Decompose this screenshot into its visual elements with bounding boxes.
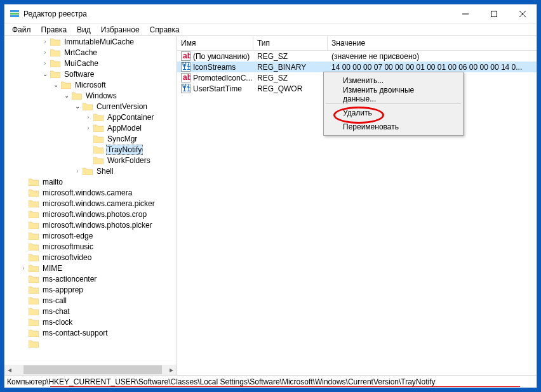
- minimize-button[interactable]: [451, 4, 479, 23]
- tree-label: Microsoft: [74, 81, 107, 89]
- tree-node[interactable]: TrayNotify: [4, 144, 177, 155]
- tree-label: MuiCache: [63, 59, 100, 68]
- context-menu: Изменить... Изменить двоичные данные... …: [323, 72, 464, 136]
- svg-text:110: 110: [182, 63, 190, 72]
- tree-label: mailto: [41, 178, 64, 186]
- tree-label: microsoft.windows.camera: [41, 188, 133, 197]
- tree-node[interactable]: ›MIME: [4, 263, 177, 273]
- cell-type: REG_SZ: [253, 74, 328, 82]
- tree-node[interactable]: microsoftmusic: [4, 241, 177, 252]
- list-row[interactable]: 011110IconStreamsREG_BINARY14 00 00 00 0…: [177, 62, 537, 72]
- tree-node[interactable]: ›MuiCache: [4, 58, 177, 69]
- menu-view[interactable]: Вид: [72, 24, 96, 36]
- menu-help[interactable]: Справка: [145, 24, 185, 36]
- tree-node[interactable]: ms-actioncenter: [4, 273, 177, 284]
- expand-icon[interactable]: ›: [41, 38, 49, 45]
- tree-label: Windows: [84, 91, 118, 100]
- tree-node[interactable]: SyncMgr: [4, 133, 177, 144]
- close-button[interactable]: [508, 4, 537, 23]
- menubar: Файл Правка Вид Избранное Справка: [4, 23, 537, 36]
- expand-icon[interactable]: ›: [41, 60, 49, 67]
- collapse-icon[interactable]: ⌄: [52, 81, 60, 88]
- svg-rect-2: [10, 15, 19, 17]
- tree-label: microsoft.windows.photos.picker: [41, 221, 154, 230]
- expand-icon[interactable]: ›: [84, 124, 92, 131]
- scroll-thumb[interactable]: [23, 365, 162, 374]
- collapse-icon[interactable]: ⌄: [74, 103, 81, 110]
- statusbar: Компьютер\HKEY_CURRENT_USER\Software\Cla…: [4, 375, 537, 388]
- tree-node[interactable]: ms-contact-support: [4, 327, 177, 338]
- tree-label: CurrentVersion: [95, 102, 149, 111]
- tree-node[interactable]: microsoftvideo: [4, 252, 177, 263]
- svg-rect-0: [10, 10, 19, 12]
- tree-node[interactable]: ms-chat: [4, 306, 177, 317]
- expand-icon[interactable]: ›: [20, 265, 27, 271]
- menu-favorites[interactable]: Избранное: [96, 24, 145, 36]
- cell-type: REG_BINARY: [253, 63, 328, 72]
- header-value[interactable]: Значение: [328, 36, 537, 50]
- titlebar[interactable]: Редактор реестра: [4, 4, 537, 23]
- list-header: Имя Тип Значение: [177, 36, 537, 51]
- tree-node[interactable]: microsoft.windows.photos.picker: [4, 219, 177, 230]
- collapse-icon[interactable]: ⌄: [63, 92, 70, 99]
- tree-node[interactable]: ⌄Software: [4, 69, 177, 79]
- tree-node[interactable]: ms-appprep: [4, 284, 177, 295]
- tree-label: ms-appprep: [41, 285, 84, 294]
- tree-label: microsoft.windows.camera.picker: [41, 199, 156, 208]
- tree-node[interactable]: [4, 338, 177, 349]
- tree-label: MrtCache: [63, 48, 98, 57]
- tree-label: Shell: [95, 167, 115, 176]
- tree-node[interactable]: microsoft-edge: [4, 230, 177, 241]
- tree-node[interactable]: ms-clock: [4, 317, 177, 327]
- expand-icon[interactable]: ›: [74, 167, 81, 174]
- maximize-button[interactable]: [479, 4, 508, 23]
- tree-label: microsoft.windows.photos.crop: [41, 210, 148, 219]
- header-name[interactable]: Имя: [177, 36, 253, 50]
- cell-name: abPromotedIconC...: [177, 73, 253, 82]
- tree-label: MIME: [41, 264, 63, 273]
- ctx-modify-binary[interactable]: Изменить двоичные данные...: [325, 88, 462, 101]
- regedit-icon: [10, 9, 20, 19]
- scroll-left-button[interactable]: ◂: [4, 365, 15, 375]
- svg-text:110: 110: [182, 84, 190, 93]
- tree-node[interactable]: ›AppModel: [4, 122, 177, 133]
- expand-icon[interactable]: ›: [41, 49, 49, 56]
- header-type[interactable]: Тип: [253, 36, 328, 50]
- scroll-track[interactable]: [15, 365, 166, 375]
- tree-node[interactable]: ms-call: [4, 295, 177, 306]
- tree-node[interactable]: WorkFolders: [4, 155, 177, 166]
- svg-text:ab: ab: [183, 73, 190, 82]
- list-row[interactable]: ab(По умолчанию)REG_SZ(значение не присв…: [177, 51, 537, 62]
- tree-node[interactable]: ⌄Windows: [4, 90, 177, 101]
- collapse-icon[interactable]: ⌄: [41, 70, 49, 77]
- ctx-delete[interactable]: Удалить: [325, 106, 462, 120]
- registry-tree[interactable]: ›ImmutableMuiCache›MrtCache›MuiCache⌄Sof…: [4, 36, 177, 365]
- scroll-right-button[interactable]: ▸: [166, 365, 177, 375]
- tree-label: ms-chat: [41, 307, 71, 316]
- tree-node[interactable]: ›ImmutableMuiCache: [4, 36, 177, 47]
- tree-node[interactable]: microsoft.windows.camera.picker: [4, 198, 177, 209]
- cell-type: REG_SZ: [253, 52, 328, 61]
- annotation-underline: [50, 386, 520, 387]
- tree-label: SyncMgr: [106, 134, 138, 143]
- menu-edit[interactable]: Правка: [36, 24, 72, 36]
- cell-name: 011110IconStreams: [177, 62, 253, 72]
- tree-node[interactable]: ›MrtCache: [4, 47, 177, 58]
- tree-node[interactable]: ›Shell: [4, 166, 177, 176]
- tree-pane: ›ImmutableMuiCache›MrtCache›MuiCache⌄Sof…: [4, 36, 177, 375]
- tree-node[interactable]: microsoft.windows.photos.crop: [4, 209, 177, 219]
- cell-value: 14 00 00 00 07 00 00 00 01 00 01 00 06 0…: [328, 63, 537, 72]
- horizontal-scrollbar[interactable]: ◂ ▸: [4, 365, 177, 375]
- cell-name: ab(По умолчанию): [177, 51, 253, 61]
- tree-node[interactable]: ›AppContainer: [4, 112, 177, 122]
- tree-node[interactable]: mailto: [4, 176, 177, 187]
- svg-rect-4: [491, 11, 497, 16]
- tree-label: ImmutableMuiCache: [63, 37, 135, 46]
- expand-icon[interactable]: ›: [84, 114, 92, 121]
- tree-node[interactable]: ⌄Microsoft: [4, 79, 177, 90]
- menu-file[interactable]: Файл: [7, 24, 36, 36]
- tree-node[interactable]: microsoft.windows.camera: [4, 187, 177, 198]
- ctx-rename[interactable]: Переименовать: [325, 120, 462, 134]
- tree-label: ms-clock: [41, 318, 74, 327]
- tree-node[interactable]: ⌄CurrentVersion: [4, 101, 177, 112]
